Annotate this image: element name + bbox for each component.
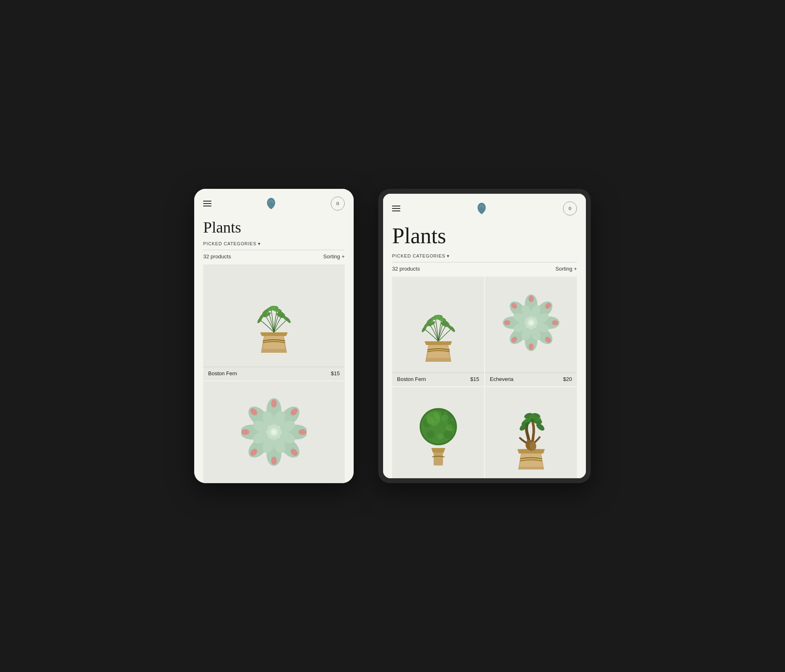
- svg-point-97: [426, 412, 440, 426]
- mobile-cart-count: 0: [336, 200, 339, 207]
- svg-point-65: [552, 320, 558, 325]
- tablet-cart-count: 0: [569, 205, 572, 212]
- svg-point-90: [444, 430, 452, 439]
- tablet-echeveria-price: $20: [563, 376, 572, 382]
- tablet-products-count: 32 products: [392, 266, 420, 272]
- mobile-cart-button[interactable]: 0: [331, 197, 345, 211]
- mobile-divider: [203, 250, 345, 250]
- mobile-logo: [264, 196, 278, 211]
- tablet-header: 0: [383, 194, 586, 221]
- scene: 0 Plants PICKED CATEGORIES ▾ 32 products…: [0, 0, 785, 672]
- svg-point-99: [529, 442, 536, 451]
- svg-point-67: [528, 343, 533, 350]
- svg-point-81: [529, 321, 533, 325]
- tablet-device: 0 Plants PICKED CATEGORIES ▾ 32 products…: [378, 189, 591, 483]
- tablet-echeveria-name: Echeveria: [490, 376, 514, 382]
- tablet-content: Plants PICKED CATEGORIES ▾ 32 products S…: [383, 221, 586, 478]
- mobile-content: Plants PICKED CATEGORIES ▾ 32 products S…: [194, 216, 354, 483]
- tablet-divider: [392, 262, 577, 262]
- mobile-header: 0: [194, 189, 354, 216]
- tablet-ginseng-image: [485, 387, 577, 479]
- tablet-boston-fern-image: [392, 277, 484, 372]
- tablet-page-title: Plants: [392, 223, 577, 249]
- mobile-echeveria-card[interactable]: [203, 381, 345, 484]
- svg-point-69: [504, 320, 510, 325]
- tablet-categories-filter[interactable]: PICKED CATEGORIES ▾: [392, 253, 577, 259]
- mobile-menu-button[interactable]: [203, 201, 211, 206]
- svg-point-95: [446, 424, 453, 431]
- mobile-app: 0 Plants PICKED CATEGORIES ▾ 32 products…: [194, 189, 354, 483]
- tablet-cart-button[interactable]: 0: [563, 202, 577, 215]
- tablet-echeveria-info: Echeveria $20: [485, 372, 577, 386]
- svg-point-40: [272, 430, 276, 434]
- tablet-boston-fern-card[interactable]: Boston Fern $15: [392, 277, 484, 386]
- mobile-boston-fern-image: [203, 264, 345, 367]
- mobile-products-bar: 32 products Sorting +: [203, 253, 345, 260]
- mobile-boston-fern-name: Boston Fern: [208, 370, 237, 376]
- tablet-boston-fern-info: Boston Fern $15: [392, 372, 484, 386]
- tablet-boston-fern-name: Boston Fern: [397, 376, 426, 382]
- tablet-boxwood-card[interactable]: [392, 387, 484, 479]
- tablet-sorting-button[interactable]: Sorting +: [556, 266, 577, 272]
- tablet-echeveria-card[interactable]: Echeveria $20: [485, 277, 577, 386]
- mobile-categories-filter[interactable]: PICKED CATEGORIES ▾: [203, 241, 345, 246]
- svg-point-24: [298, 429, 307, 435]
- mobile-page-title: Plants: [203, 218, 345, 236]
- tablet-menu-button[interactable]: [392, 206, 400, 211]
- svg-point-63: [528, 296, 533, 302]
- tablet-inner: 0 Plants PICKED CATEGORIES ▾ 32 products…: [383, 194, 586, 478]
- mobile-products-count: 32 products: [203, 253, 231, 260]
- tablet-echeveria-image: [485, 277, 577, 372]
- svg-point-26: [271, 457, 277, 465]
- tablet-product-grid: Boston Fern $15: [392, 277, 577, 478]
- svg-point-91: [426, 431, 434, 439]
- svg-point-22: [271, 399, 277, 408]
- tablet-products-bar: 32 products Sorting +: [392, 266, 577, 272]
- tablet-boston-fern-price: $15: [470, 376, 479, 382]
- tablet-logo: [474, 201, 489, 216]
- svg-point-28: [241, 429, 249, 435]
- svg-point-96: [437, 433, 443, 439]
- mobile-device: 0 Plants PICKED CATEGORIES ▾ 32 products…: [194, 189, 354, 483]
- tablet-app: 0 Plants PICKED CATEGORIES ▾ 32 products…: [383, 194, 586, 478]
- mobile-product-card[interactable]: Boston Fern $15: [203, 264, 345, 381]
- tablet-boxwood-image: [392, 387, 484, 479]
- svg-point-54: [435, 316, 441, 318]
- svg-point-13: [271, 307, 277, 309]
- tablet-ginseng-card[interactable]: [485, 387, 577, 479]
- mobile-boston-fern-price: $15: [331, 370, 340, 376]
- svg-point-94: [441, 414, 448, 421]
- mobile-sorting-button[interactable]: Sorting +: [323, 253, 345, 260]
- mobile-echeveria-image: [203, 381, 345, 484]
- mobile-boston-fern-info: Boston Fern $15: [203, 367, 345, 381]
- mobile-product-grid: Boston Fern $15: [203, 264, 345, 483]
